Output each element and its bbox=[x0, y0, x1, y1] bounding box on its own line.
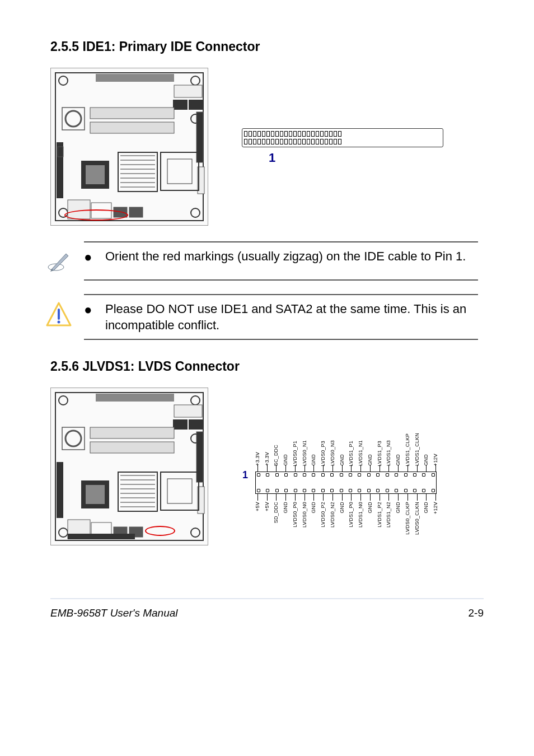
svg-rect-18 bbox=[167, 159, 192, 184]
svg-rect-57 bbox=[57, 462, 63, 518]
svg-rect-33 bbox=[129, 207, 143, 217]
lvds-top-pin-label: LVDS0_P1 bbox=[292, 441, 298, 466]
svg-rect-52 bbox=[90, 442, 174, 453]
lvds-bottom-pin-label: LVDS0_N0 bbox=[302, 502, 307, 528]
svg-rect-70 bbox=[86, 485, 105, 504]
lvds-top-pin-label: LVDS0_N3 bbox=[330, 440, 335, 466]
svg-rect-60 bbox=[118, 472, 157, 511]
lvds-bottom-pin-label: LVDS0_P0 bbox=[292, 502, 298, 527]
svg-rect-17 bbox=[161, 152, 199, 190]
lvds-bottom-pin-label: GND bbox=[395, 502, 401, 514]
svg-point-44 bbox=[59, 528, 68, 537]
lvds-bottom-pin-label: LVDS0_CLKN bbox=[414, 502, 420, 535]
svg-rect-19 bbox=[118, 152, 157, 192]
svg-point-4 bbox=[191, 208, 200, 217]
lvds-top-pin-label: GND bbox=[283, 454, 288, 466]
svg-marker-36 bbox=[51, 254, 68, 270]
svg-rect-7 bbox=[174, 85, 202, 97]
lvds-pinout-diagram: 1 +3.3V+3.3VSC_DDCGNDLVDS0_P1LVDS0_N1GND… bbox=[228, 388, 463, 567]
svg-point-1 bbox=[59, 76, 68, 85]
lvds-top-pin-label: GND bbox=[339, 454, 345, 466]
lvds-top-pin-label: +12V bbox=[433, 454, 438, 466]
lvds-bottom-pin-label: GND bbox=[423, 502, 429, 514]
svg-rect-11 bbox=[90, 122, 174, 133]
lvds-pin1-label: 1 bbox=[242, 469, 248, 481]
lvds-bottom-pin-label: LVDS1_P2 bbox=[377, 502, 382, 527]
ide-pin1-label: 1 bbox=[269, 151, 443, 165]
lvds-top-pin-label: GND bbox=[311, 454, 316, 466]
note-orient-markings: ● Orient the red markings (usually zigza… bbox=[84, 241, 478, 281]
lvds-bottom-pin-label: GND bbox=[283, 502, 288, 514]
svg-point-2 bbox=[191, 76, 200, 85]
note-incompatible-conflict: ● Please DO NOT use IDE1 and SATA2 at th… bbox=[84, 294, 478, 340]
svg-rect-6 bbox=[96, 74, 174, 82]
lvds-bottom-pin-label: LVDS1_N2 bbox=[386, 502, 391, 528]
motherboard-image-lvds bbox=[50, 388, 208, 545]
lvds-bottom-pin-label: GND bbox=[311, 502, 316, 514]
lvds-top-pin-label: GND bbox=[395, 454, 401, 466]
lvds-bottom-pin-label: +12V bbox=[433, 502, 438, 514]
lvds-bottom-pin-label: GND bbox=[339, 502, 345, 514]
svg-rect-8 bbox=[173, 100, 188, 110]
lvds-bottom-pin-label: GND bbox=[367, 502, 373, 514]
lvds-bottom-pin-label: LVDS0_CLKP bbox=[405, 502, 410, 534]
svg-rect-48 bbox=[174, 405, 202, 417]
lvds-top-pin-label: GND bbox=[367, 454, 373, 466]
lvds-top-pin-label: LVDS1_N1 bbox=[358, 440, 363, 466]
svg-rect-50 bbox=[189, 419, 203, 430]
lvds-top-pin-label: +3.3V bbox=[255, 452, 260, 466]
lvds-top-pin-label: GND bbox=[423, 454, 429, 466]
svg-point-54 bbox=[65, 431, 81, 446]
lvds-bottom-pin-label: SD_DDC bbox=[273, 502, 279, 523]
svg-rect-59 bbox=[167, 479, 192, 503]
lvds-bottom-pin-label: +5V bbox=[255, 502, 260, 511]
svg-point-42 bbox=[59, 396, 68, 405]
svg-rect-75 bbox=[68, 534, 135, 539]
section2-title: 2.5.6 JLVDS1: LVDS Connector bbox=[50, 359, 484, 374]
svg-rect-47 bbox=[96, 394, 174, 402]
lvds-top-pin-label: +3.3V bbox=[264, 452, 270, 466]
lvds-top-pin-label: SC_DDC bbox=[273, 445, 279, 466]
ide-connector-diagram: document.write(Array.from({length:22}).m… bbox=[242, 128, 443, 165]
page-footer: EMB-9658T User's Manual 2-9 bbox=[50, 598, 484, 619]
pen-icon bbox=[45, 248, 73, 274]
footer-page-number: 2-9 bbox=[469, 607, 484, 619]
lvds-top-pin-label: LVDS1_P1 bbox=[348, 441, 354, 466]
footer-manual-name: EMB-9658T User's Manual bbox=[50, 607, 178, 619]
section1-title: 2.5.5 IDE1: Primary IDE Connector bbox=[50, 39, 484, 54]
lvds-bottom-pin-label: LVDS0_N2 bbox=[330, 502, 335, 528]
svg-rect-55 bbox=[196, 432, 203, 482]
svg-rect-49 bbox=[173, 419, 188, 430]
lvds-top-pin-label: LVDS1_N3 bbox=[386, 440, 391, 466]
svg-rect-14 bbox=[196, 112, 203, 162]
lvds-top-pin-label: LVDS1_CLKN bbox=[414, 433, 420, 466]
lvds-top-pin-label: LVDS1_CLKP bbox=[405, 433, 410, 466]
lvds-bottom-pin-label: LVDS0_P2 bbox=[320, 502, 326, 527]
lvds-top-pin-label: LVDS0_P3 bbox=[320, 441, 326, 466]
svg-rect-58 bbox=[161, 472, 199, 510]
motherboard-image-ide bbox=[50, 68, 208, 226]
svg-rect-29 bbox=[86, 165, 105, 184]
svg-point-13 bbox=[65, 111, 81, 127]
lvds-bottom-pin-label: +5V bbox=[264, 502, 270, 511]
svg-point-43 bbox=[191, 396, 200, 405]
lvds-top-pin-label: LVDS1_P3 bbox=[377, 441, 382, 466]
svg-rect-51 bbox=[90, 427, 174, 438]
lvds-bottom-pin-label: LVDS1_P0 bbox=[348, 502, 354, 527]
warning-icon bbox=[45, 301, 73, 329]
lvds-bottom-pin-label: LVDS1_N0 bbox=[358, 502, 363, 528]
svg-point-40 bbox=[58, 321, 60, 324]
svg-rect-10 bbox=[90, 108, 174, 119]
lvds-top-pin-label: LVDS0_N1 bbox=[302, 440, 307, 466]
svg-point-45 bbox=[191, 528, 200, 537]
svg-rect-9 bbox=[189, 100, 203, 110]
